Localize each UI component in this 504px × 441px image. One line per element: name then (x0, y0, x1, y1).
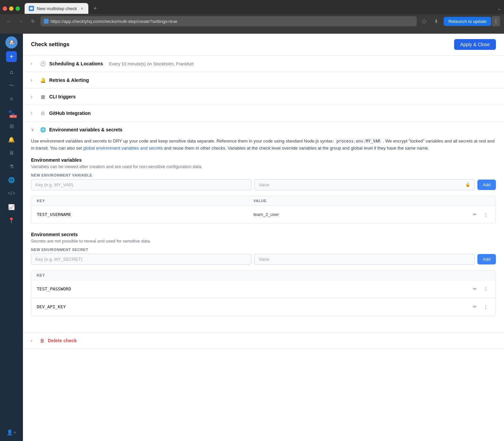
sidebar-item-monitors[interactable]: 🖥 (5, 147, 18, 159)
env-secret-row-0: TEST_PASSWORD ✏ ⋮ (31, 280, 496, 298)
env-var-key-input[interactable] (31, 179, 251, 190)
delete-section-header[interactable]: › 🗑 Delete check (23, 333, 504, 349)
more-env-secret-1-button[interactable]: ⋮ (481, 302, 490, 312)
add-env-secret-button[interactable]: Add (477, 254, 496, 264)
env-description: Use environment variables and secrets to… (31, 138, 496, 152)
sidebar-item-activity[interactable]: 〜 (5, 80, 18, 92)
github-section-header[interactable]: › ⊙ GitHub Integration (23, 105, 504, 121)
scheduling-title: Scheduling & Locations (49, 61, 103, 66)
settings-title: Check settings (31, 41, 69, 48)
env-var-row-actions: ✏ ⋮ (470, 210, 490, 219)
env-vars-table-header: KEY VALUE (31, 196, 496, 206)
env-vars-title: Environment variables (31, 157, 496, 163)
tab-bar: New multistep check ✕ + ⌄ (0, 0, 504, 14)
env-vars-desc: Variables can be viewed after creation a… (31, 164, 496, 169)
env-title: Environment variables & secrets (49, 127, 122, 132)
clock-icon: 🕐 (40, 61, 46, 66)
github-icon: ⊙ (40, 111, 46, 116)
env-secret-row-actions-0: ✏ ⋮ (470, 284, 490, 294)
delete-chevron-icon: › (31, 338, 36, 343)
new-env-secret-label: NEW ENVIRONMENT SECRET (31, 248, 496, 252)
close-window-button[interactable] (3, 6, 7, 11)
env-secrets-table-header: KEY (31, 271, 496, 280)
value-column-header: VALUE (254, 199, 470, 203)
scheduling-section: › 🕐 Scheduling & Locations Every 10 minu… (23, 56, 504, 72)
cli-section-header[interactable]: › ▦ CLI triggers (23, 89, 504, 105)
scheduling-section-header[interactable]: › 🕐 Scheduling & Locations Every 10 minu… (23, 56, 504, 72)
sidebar-item-lab[interactable]: ⚗ (5, 160, 18, 172)
edit-env-secret-0-button[interactable]: ✏ (470, 284, 479, 294)
maximize-window-button[interactable] (16, 6, 20, 11)
global-env-link[interactable]: global environment variables and secrets (83, 146, 163, 151)
retries-section: › 🔔 Retries & Alerting (23, 72, 504, 89)
lock-icon: 🔒 (465, 182, 470, 187)
tab-favicon (29, 6, 34, 11)
edit-env-var-button[interactable]: ✏ (470, 210, 479, 219)
site-favicon (44, 19, 49, 24)
env-var-row: TEST_USERNAME team_2_user ✏ ⋮ (31, 206, 496, 223)
env-secret-value-placeholder: Value (259, 257, 269, 262)
env-secret-key-input[interactable] (31, 254, 251, 265)
extensions-icon[interactable]: ⬡ (419, 17, 429, 26)
sidebar-item-add-user[interactable]: 👤+ (5, 426, 18, 438)
refresh-button[interactable]: ↻ (28, 17, 38, 26)
sidebar-item-alerts[interactable]: 🔔 (5, 133, 18, 146)
env-section-header[interactable]: ∨ 🌐 Environment variables & secrets (23, 122, 504, 138)
forward-button[interactable]: → (16, 17, 26, 26)
env-secrets-desc: Secrets are not possible to reveal and u… (31, 239, 496, 244)
url-bar[interactable]: https://app.checklyhq.com/checks/multi-s… (40, 16, 417, 26)
env-secret-key-0: TEST_PASSWORD (37, 286, 470, 291)
sidebar-item-analytics[interactable]: 📈 (5, 201, 18, 213)
env-secret-row-1: DEV_API_KEY ✏ ⋮ (31, 298, 496, 316)
relaunch-menu-button[interactable]: ⋮ (492, 16, 500, 26)
edit-env-secret-1-button[interactable]: ✏ (470, 302, 479, 312)
tab-close-button[interactable]: ✕ (80, 6, 84, 11)
env-secret-value-input[interactable]: Value (254, 254, 475, 265)
cli-section: › ▦ CLI triggers (23, 89, 504, 105)
env-var-value-input[interactable]: Value 🔒 (254, 179, 475, 190)
terminal-icon: ▦ (40, 94, 46, 99)
env-secrets-title: Environment secrets (31, 232, 496, 237)
relaunch-button[interactable]: Relaunch to update (444, 17, 491, 26)
github-section: › ⊙ GitHub Integration (23, 105, 504, 122)
delete-section: › 🗑 Delete check (23, 333, 504, 349)
new-env-secret-row: Value Add (31, 254, 496, 265)
retries-section-header[interactable]: › 🔔 Retries & Alerting (23, 72, 504, 88)
expand-tabs-button[interactable]: ⌄ (497, 6, 501, 11)
tab-title: New multistep check (37, 6, 77, 11)
env-section: ∨ 🌐 Environment variables & secrets Use … (23, 122, 504, 333)
download-icon[interactable]: ⬇ (432, 17, 441, 26)
sidebar-item-locations[interactable]: 📍 (5, 214, 18, 226)
minimize-window-button[interactable] (9, 6, 13, 11)
sidebar-item-home[interactable]: ⌂ (5, 66, 18, 78)
settings-header: Check settings Apply & Close (23, 34, 504, 56)
sidebar-item-beta[interactable]: 🐾 BETA (5, 106, 18, 119)
left-sidebar: 🐶 + ⌂ 〜 ≡ 🐾 BETA ⊞ 🔔 🖥 ⚗ 🌐 </> 📈 📍 👤+ (0, 34, 23, 441)
env-section-content: Use environment variables and secrets to… (23, 138, 504, 332)
scheduling-chevron-icon: › (31, 61, 36, 66)
apply-close-button[interactable]: Apply & Close (454, 39, 496, 50)
back-button[interactable]: ← (4, 17, 13, 26)
url-text: https://app.checklyhq.com/checks/multi-s… (51, 19, 177, 24)
address-bar: ← → ↻ https://app.checklyhq.com/checks/m… (0, 14, 504, 28)
env-secret-key-1: DEV_API_KEY (37, 304, 470, 309)
cli-chevron-icon: › (31, 94, 36, 99)
sidebar-item-checks[interactable]: ≡ (5, 93, 18, 105)
env-var-value-placeholder: Value (259, 182, 269, 187)
more-env-var-button[interactable]: ⋮ (481, 210, 490, 219)
trash-icon: 🗑 (40, 338, 45, 343)
create-check-button[interactable]: + (6, 51, 17, 62)
more-env-secret-0-button[interactable]: ⋮ (481, 284, 490, 294)
sidebar-item-globe[interactable]: 🌐 (5, 174, 18, 186)
sidebar-item-code[interactable]: </> (5, 187, 18, 199)
new-tab-button[interactable]: + (90, 4, 100, 13)
env-var-value-cell: team_2_user (254, 212, 470, 217)
beta-badge: BETA (9, 115, 17, 118)
retries-chevron-icon: › (31, 78, 36, 83)
add-env-var-button[interactable]: Add (477, 180, 496, 190)
sidebar-item-dashboards[interactable]: ⊞ (5, 120, 18, 132)
github-chevron-icon: › (31, 111, 36, 116)
settings-body: › 🕐 Scheduling & Locations Every 10 minu… (23, 56, 504, 349)
actions-column-header (470, 199, 490, 203)
active-tab[interactable]: New multistep check ✕ (25, 3, 88, 14)
